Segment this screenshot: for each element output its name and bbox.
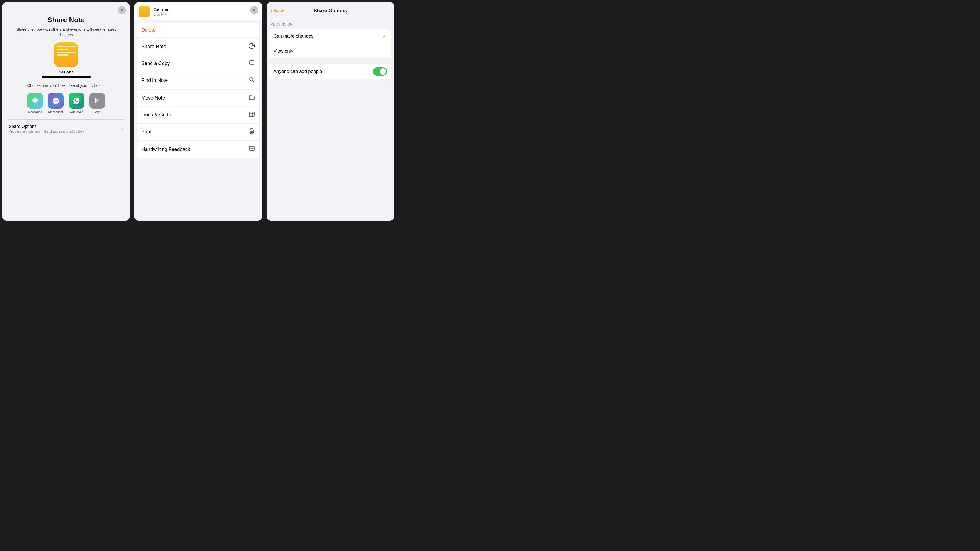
messenger-icon xyxy=(48,93,64,109)
anyone-add-toggle[interactable] xyxy=(373,67,387,76)
folder-icon xyxy=(248,94,255,102)
note-name-label: Get one xyxy=(59,70,74,74)
share-options-info: Share Options People you invite can make… xyxy=(9,124,86,133)
print-icon xyxy=(248,128,255,136)
view-only-label: View only xyxy=(274,48,293,54)
lines-grids-label: Lines & Grids xyxy=(141,112,171,118)
send-copy-icon xyxy=(248,60,255,67)
note-icon-wrapper: Get one xyxy=(41,43,91,78)
messages-icon xyxy=(27,93,43,109)
main-menu-section: Share Note Send a Copy xyxy=(137,38,259,89)
back-button[interactable]: ‹ Back xyxy=(271,8,285,14)
whatsapp-label: WhatsApp xyxy=(69,110,83,113)
app-messages[interactable]: Messages xyxy=(27,93,43,113)
close-menu-button[interactable]: × xyxy=(250,6,258,14)
note-info: Get one 3:50 PM xyxy=(153,7,170,16)
svg-rect-12 xyxy=(249,112,254,117)
note-line-2 xyxy=(57,49,68,50)
share-options-title: Share Options xyxy=(9,124,86,129)
note-time: 3:50 PM xyxy=(153,12,170,16)
messages-svg xyxy=(30,96,40,105)
note-title: Get one xyxy=(153,7,170,12)
find-note-label: Find in Note xyxy=(141,78,168,83)
messenger-svg xyxy=(51,96,60,105)
options-separator xyxy=(267,58,394,61)
menu-find-note[interactable]: Find in Note xyxy=(137,72,259,89)
copy-label: Copy xyxy=(94,110,101,113)
app-whatsapp[interactable]: WhatsApp xyxy=(68,93,84,113)
messages-label: Messages xyxy=(28,110,42,113)
share-note-subtitle: Share this note with others and everyone… xyxy=(8,27,124,38)
search-icon xyxy=(248,76,255,84)
panel-share-options: ‹ Back Share Options PERMISSION Can make… xyxy=(264,0,396,223)
back-chevron-icon: ‹ xyxy=(271,8,273,14)
panel-note-menu: Get one 3:50 PM × Delete Share Note xyxy=(132,0,264,223)
menu-share-note[interactable]: Share Note xyxy=(137,38,259,55)
permission-section-header: PERMISSION xyxy=(267,18,394,29)
share-options-chevron: › xyxy=(122,126,123,132)
svg-point-21 xyxy=(253,147,253,148)
invite-prompt: Choose how you'd like to send your invit… xyxy=(27,83,105,89)
print-label: Print xyxy=(141,129,151,135)
handwriting-label: Handwriting Feedback xyxy=(141,147,190,152)
menu-print[interactable]: Print xyxy=(137,124,259,140)
close-button[interactable]: × xyxy=(118,6,126,14)
grid-icon xyxy=(248,111,255,119)
app-messenger[interactable]: Messenger xyxy=(48,93,64,113)
permission-options-card: Can make changes ✓ View only xyxy=(269,29,391,58)
move-section: Move Note Lines & Grids xyxy=(137,90,259,140)
menu-lines-grids[interactable]: Lines & Grids xyxy=(137,106,259,124)
app-copy[interactable]: Copy xyxy=(89,93,105,113)
option-can-make-changes[interactable]: Can make changes ✓ xyxy=(269,29,391,44)
copy-svg xyxy=(92,96,102,105)
messenger-label: Messenger xyxy=(48,110,63,113)
share-note-sheet: × Share Note Share this note with others… xyxy=(2,2,130,221)
toggle-knob xyxy=(380,68,386,75)
sharing-apps-row: Messages xyxy=(26,93,106,113)
can-make-changes-checkmark: ✓ xyxy=(382,33,387,40)
note-thumbnail xyxy=(138,6,150,17)
svg-point-9 xyxy=(253,44,254,46)
svg-point-1 xyxy=(32,98,38,103)
delete-button[interactable]: Delete xyxy=(141,27,156,33)
whatsapp-icon xyxy=(68,93,84,109)
option-view-only[interactable]: View only xyxy=(269,44,391,58)
share-options-subtitle: People you invite can make changes and a… xyxy=(9,130,86,133)
menu-send-copy[interactable]: Send a Copy xyxy=(137,55,259,72)
note-line-1 xyxy=(57,46,76,48)
note-menu-sheet: Get one 3:50 PM × Delete Share Note xyxy=(134,2,262,221)
delete-item[interactable]: Delete xyxy=(137,23,259,37)
share-note-title: Share Note xyxy=(48,16,85,24)
anyone-add-people-row: Anyone can add people xyxy=(269,64,391,79)
anyone-add-people-label: Anyone can add people xyxy=(274,69,322,74)
menu-scroll-area: Delete Share Note xyxy=(134,20,262,221)
note-line-4 xyxy=(57,54,68,56)
share-note-icon xyxy=(248,43,255,51)
panel-share-note: × Share Note Share this note with others… xyxy=(0,0,132,223)
menu-handwriting[interactable]: Handwriting Feedback xyxy=(137,141,259,158)
move-note-label: Move Note xyxy=(141,95,165,101)
whatsapp-svg xyxy=(72,96,81,105)
note-menu-header: Get one 3:50 PM × xyxy=(134,2,262,20)
handwriting-section: Handwriting Feedback xyxy=(137,141,259,158)
svg-point-11 xyxy=(250,78,253,81)
note-line-3 xyxy=(57,52,76,53)
share-options-row[interactable]: Share Options People you invite can make… xyxy=(8,119,124,133)
svg-rect-7 xyxy=(96,99,98,102)
share-options-header: ‹ Back Share Options xyxy=(267,2,394,18)
back-label: Back xyxy=(274,8,285,14)
send-copy-label: Send a Copy xyxy=(141,61,170,67)
share-options-page-title: Share Options xyxy=(313,8,347,14)
share-note-menu-label: Share Note xyxy=(141,44,166,49)
menu-move-note[interactable]: Move Note xyxy=(137,90,259,106)
feedback-icon xyxy=(248,146,255,154)
can-make-changes-label: Can make changes xyxy=(274,33,313,39)
delete-section: Delete xyxy=(137,23,259,37)
copy-icon xyxy=(89,93,105,109)
note-progress-bar xyxy=(41,76,91,78)
share-options-sheet: ‹ Back Share Options PERMISSION Can make… xyxy=(267,2,394,221)
note-app-icon xyxy=(54,43,78,67)
